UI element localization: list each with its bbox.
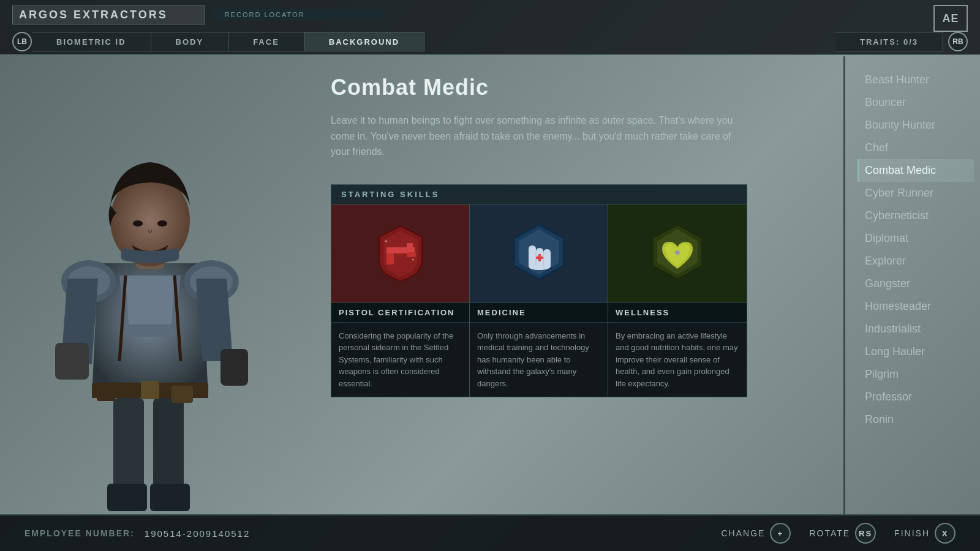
tab-traits[interactable]: TRAITS: 0/3 bbox=[835, 32, 943, 51]
svg-rect-8 bbox=[221, 349, 248, 386]
svg-point-15 bbox=[157, 220, 167, 227]
svg-rect-21 bbox=[407, 252, 416, 257]
finish-icon[interactable]: X bbox=[935, 523, 956, 544]
header-bar: ARGOS EXTRACTORS RECORD LOCATOR AE LB BI… bbox=[0, 0, 980, 55]
medicine-skill-icon bbox=[505, 220, 573, 287]
app-title: ARGOS EXTRACTORS bbox=[12, 6, 205, 24]
svg-point-14 bbox=[133, 220, 143, 227]
wellness-skill-name: WELLNESS bbox=[608, 302, 747, 323]
tab-background[interactable]: BACKGROUND bbox=[304, 32, 424, 51]
wellness-icon-area bbox=[608, 204, 747, 302]
background-title: Combat Medic bbox=[331, 75, 819, 100]
sidebar-item-bounty-hunter[interactable]: Bounty Hunter bbox=[858, 114, 974, 137]
svg-rect-11 bbox=[141, 381, 159, 399]
sidebar-item-long-hauler[interactable]: Long Hauler bbox=[858, 340, 974, 363]
sidebar-item-gangster[interactable]: Gangster bbox=[858, 272, 974, 295]
bottom-actions: CHANGE + ROTATE RS FINISH X bbox=[722, 523, 956, 544]
sidebar-item-bouncer[interactable]: Bouncer bbox=[858, 91, 974, 114]
svg-rect-19 bbox=[97, 386, 115, 401]
background-list-sidebar: Beast Hunter Bouncer Bounty Hunter Chef … bbox=[845, 56, 980, 514]
svg-text:✦: ✦ bbox=[411, 257, 415, 263]
finish-label: FINISH bbox=[894, 528, 930, 538]
character-illustration bbox=[31, 116, 263, 514]
pistol-skill-icon: ✦ ✦ bbox=[367, 220, 434, 287]
finish-button[interactable]: FINISH X bbox=[894, 523, 956, 544]
sidebar-item-diplomat[interactable]: Diplomat bbox=[858, 227, 974, 250]
svg-rect-33 bbox=[676, 250, 679, 255]
change-button[interactable]: CHANGE + bbox=[722, 523, 791, 544]
rotate-button[interactable]: ROTATE RS bbox=[809, 523, 876, 544]
sidebar-item-pilgrim[interactable]: Pilgrim bbox=[858, 363, 974, 386]
svg-rect-18 bbox=[172, 386, 193, 403]
record-locator: RECORD LOCATOR bbox=[213, 9, 384, 20]
sidebar-item-beast-hunter[interactable]: Beast Hunter bbox=[858, 69, 974, 91]
rotate-icon[interactable]: RS bbox=[855, 523, 876, 544]
skills-header: STARTING SKILLS bbox=[331, 184, 747, 204]
main-content: Combat Medic Leave it to human beings to… bbox=[0, 56, 980, 514]
sidebar-item-combat-medic[interactable]: Combat Medic bbox=[858, 159, 974, 182]
sidebar-item-cyber-runner[interactable]: Cyber Runner bbox=[858, 182, 974, 204]
medicine-icon-area bbox=[470, 204, 608, 302]
bottom-bar: EMPLOYEE NUMBER: 190514-2009140512 CHANG… bbox=[0, 514, 980, 551]
info-panel: Combat Medic Leave it to human beings to… bbox=[306, 56, 843, 514]
employee-number: 190514-2009140512 bbox=[145, 528, 250, 539]
wellness-skill-desc: By embracing an active lifestyle and goo… bbox=[608, 323, 747, 397]
skill-card-medicine: MEDICINE Only through advancements in me… bbox=[470, 204, 608, 397]
character-figure bbox=[31, 116, 263, 514]
svg-text:✦: ✦ bbox=[384, 239, 388, 244]
pistol-icon-area: ✦ ✦ bbox=[331, 204, 469, 302]
medicine-skill-name: MEDICINE bbox=[470, 302, 608, 323]
tab-biometric[interactable]: BIOMETRIC ID bbox=[32, 32, 151, 51]
change-icon[interactable]: + bbox=[770, 523, 791, 544]
svg-rect-3 bbox=[150, 484, 190, 511]
wellness-skill-icon bbox=[644, 220, 711, 287]
change-label: CHANGE bbox=[722, 528, 766, 538]
rb-button[interactable]: RB bbox=[948, 32, 968, 51]
sidebar-item-homesteader[interactable]: Homesteader bbox=[858, 295, 974, 318]
sidebar-item-ronin[interactable]: Ronin bbox=[858, 408, 974, 431]
svg-rect-9 bbox=[55, 343, 89, 380]
svg-rect-2 bbox=[107, 484, 147, 511]
sidebar-item-cyberneticist[interactable]: Cyberneticist bbox=[858, 204, 974, 227]
skill-card-pistol: ✦ ✦ PISTOL CERTIFICATION Considering the… bbox=[331, 204, 470, 397]
sidebar-item-chef[interactable]: Chef bbox=[858, 137, 974, 159]
nav-row: LB BIOMETRIC ID BODY FACE BACKGROUND TRA… bbox=[0, 29, 980, 54]
tab-body[interactable]: BODY bbox=[151, 32, 229, 51]
sidebar-item-industrialist[interactable]: Industrialist bbox=[858, 318, 974, 340]
background-description: Leave it to human beings to fight over s… bbox=[331, 113, 747, 160]
pistol-skill-name: PISTOL CERTIFICATION bbox=[331, 302, 469, 323]
medicine-skill-desc: Only through advancements in medical tra… bbox=[470, 323, 608, 397]
skill-card-wellness: WELLNESS By embracing an active lifestyl… bbox=[608, 204, 747, 397]
rotate-label: ROTATE bbox=[809, 528, 850, 538]
tab-face[interactable]: FACE bbox=[228, 32, 304, 51]
pistol-skill-desc: Considering the popularity of the person… bbox=[331, 323, 469, 397]
ae-logo: AE bbox=[933, 5, 968, 32]
svg-rect-20 bbox=[386, 253, 394, 264]
skills-grid: ✦ ✦ PISTOL CERTIFICATION Considering the… bbox=[331, 204, 747, 398]
title-row: ARGOS EXTRACTORS RECORD LOCATOR AE bbox=[0, 0, 980, 29]
svg-rect-29 bbox=[538, 254, 541, 261]
sidebar-item-explorer[interactable]: Explorer bbox=[858, 250, 974, 272]
sidebar-item-professor[interactable]: Professor bbox=[858, 386, 974, 408]
character-panel bbox=[0, 56, 306, 514]
lb-button[interactable]: LB bbox=[12, 32, 32, 51]
employee-label: EMPLOYEE NUMBER: bbox=[24, 528, 135, 538]
